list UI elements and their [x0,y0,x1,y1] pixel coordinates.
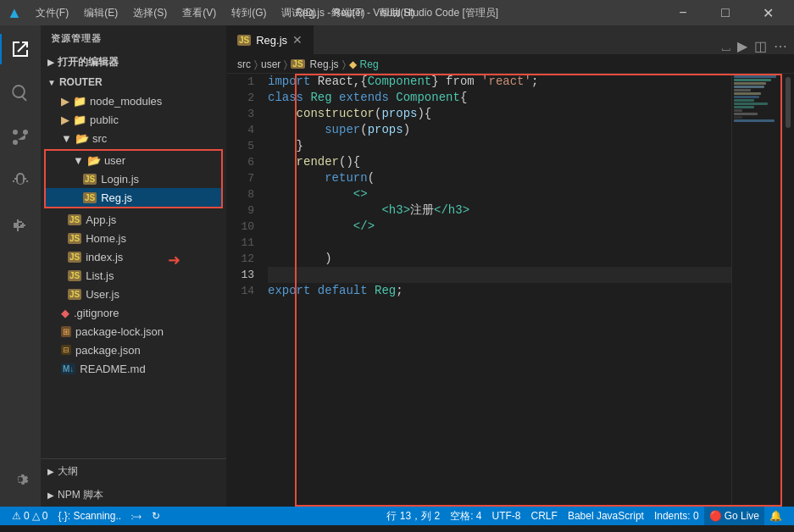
breadcrumb-class-icon: ◆ [349,58,357,70]
user-folder-icon: 📂 [87,154,101,167]
line-num-13: 13 [227,267,254,283]
minimap-line-14 [734,119,775,122]
folder-public-chevron: ▶ [61,114,69,126]
line-num-7: 7 [227,170,254,186]
tree-package[interactable]: ⊟ package.json [41,341,226,359]
user-chevron: ▼ [73,154,84,167]
settings-icon[interactable] [0,459,41,500]
minimap-line-12 [734,113,758,115]
breadcrumb-reg-class[interactable]: Reg [360,58,379,70]
user-label: user [104,154,125,167]
svg-point-2 [13,130,18,135]
indents-text: Indents: 0 [654,510,699,522]
search-icon[interactable] [0,73,41,114]
tree-login[interactable]: JS Login.js [46,169,221,188]
language-text: Babel JavaScript [568,510,644,522]
status-sync[interactable]: ↻ [147,507,165,525]
app-label: App.js [86,213,116,226]
tree-user[interactable]: ▼ 📂 user [46,151,221,169]
status-errors[interactable]: ⚠ 0 △ 0 [7,507,53,525]
bell-icon: 🔔 [769,510,782,522]
tab-reg-js[interactable]: JS Reg.js ✕ [227,25,314,54]
tree-node-modules[interactable]: ▶ 📁 node_modules [41,91,226,110]
breadcrumb-sep3: 〉 [342,58,346,70]
more-actions-icon[interactable]: ⋯ [774,38,787,54]
status-language[interactable]: Babel JavaScript [563,507,649,525]
npm-section[interactable]: ▶ NPM 脚本 [41,483,226,507]
tab-close-button[interactable]: ✕ [292,33,303,47]
sidebar-bottom: ▶ 大纲 ▶ NPM 脚本 [41,458,226,507]
tree-package-lock[interactable]: ⊞ package-lock.json [41,322,226,341]
debug-icon[interactable] [0,161,41,202]
tree-app[interactable]: JS App.js [41,210,226,229]
npm-label: NPM 脚本 [58,488,103,502]
status-git[interactable]: ⧴ [126,507,147,525]
status-bar: ⚠ 0 △ 0 {.}: Scanning.. ⧴ ↻ 行 13，列 2 空格:… [0,507,794,525]
menu-goto[interactable]: 转到(G) [225,4,273,22]
tree-home[interactable]: JS Home.js [41,229,226,247]
minimap-line-3 [734,82,766,85]
code-line-1: import React,{Component} from 'react'; [268,74,731,90]
status-spaces[interactable]: 空格: 4 [445,507,486,525]
menu-file[interactable]: 文件(F) [29,4,75,22]
code-content[interactable]: import React,{Component} from 'react'; c… [261,74,731,507]
tree-reg[interactable]: JS Reg.js [46,188,221,207]
error-icon: ⚠ [12,510,21,522]
editor-layout-icon[interactable]: ◫ [754,38,767,54]
minimap-line-8 [734,99,754,102]
status-line-ending[interactable]: CRLF [526,507,563,525]
status-line-col[interactable]: 行 13，列 2 [381,507,445,525]
menu-edit[interactable]: 编辑(E) [77,4,125,22]
breadcrumb-user[interactable]: user [261,58,280,70]
tree-src[interactable]: ▼ 📂 src [41,129,226,147]
reg-js-icon: JS [83,192,97,203]
status-scanning[interactable]: {.}: Scanning.. [53,507,126,525]
breadcrumb: src 〉 user 〉 JS Reg.js 〉 ◆ Reg [227,55,794,74]
line-num-11: 11 [227,235,254,251]
extensions-icon[interactable] [0,205,41,246]
tree-user-js[interactable]: JS User.js [41,285,226,303]
warning-sep: △ [32,510,40,522]
minimize-button[interactable]: − [664,0,702,25]
public-label: public [90,114,119,126]
window-title: Reg.js - Router - Visual Studio Code [管理… [296,6,498,20]
menu-select[interactable]: 选择(S) [126,4,174,22]
tree-public[interactable]: ▶ 📁 public [41,110,226,129]
run-icon[interactable]: ▶ [737,38,747,54]
maximize-button[interactable]: □ [706,0,745,25]
close-button[interactable]: ✕ [748,0,787,25]
split-editor-icon[interactable]: ⎵ [722,39,730,54]
line-num-8: 8 [227,186,254,202]
scrollbar-thumb[interactable] [786,77,791,128]
tree-index[interactable]: JS index.js [41,247,226,266]
tree-gitignore[interactable]: ◆ .gitignore [41,303,226,322]
main-container: 资源管理器 ▶ 打开的编辑器 ▼ ROUTER ▶ 📁 node_modules… [0,25,794,507]
breadcrumb-regjs[interactable]: Reg.js [310,58,339,70]
status-indents[interactable]: Indents: 0 [649,507,704,525]
line-num-10: 10 [227,219,254,235]
home-js-icon: JS [68,233,81,244]
breadcrumb-src[interactable]: src [237,58,251,70]
tab-bar-actions: ⎵ ▶ ◫ ⋯ [715,38,794,54]
src-folder-icon: 📂 [75,132,89,145]
status-go-live[interactable]: 🔴 Go Live [704,507,764,525]
router-section[interactable]: ▼ ROUTER [41,73,226,91]
source-control-icon[interactable] [0,117,41,158]
spaces-text: 空格: 4 [450,509,481,524]
explorer-icon[interactable] [0,29,41,69]
vertical-scrollbar[interactable] [782,74,794,507]
tree-readme[interactable]: M↓ README.md [41,359,226,378]
src-chevron: ▼ [61,132,72,145]
menu-view[interactable]: 查看(V) [175,4,223,22]
code-editor[interactable]: 1 2 3 4 5 6 7 8 9 10 11 12 13 14 [227,74,794,507]
go-live-icon: 🔴 [709,510,722,522]
status-encoding[interactable]: UTF-8 [487,507,526,525]
activity-bar [0,25,41,507]
outline-section[interactable]: ▶ 大纲 [41,459,226,483]
list-js-icon: JS [68,270,81,281]
status-bell[interactable]: 🔔 [764,507,787,525]
tree-list[interactable]: JS List.js [41,266,226,285]
line-num-1: 1 [227,74,254,90]
minimap-line-5 [734,89,751,91]
open-editors-section[interactable]: ▶ 打开的编辑器 [41,52,226,73]
